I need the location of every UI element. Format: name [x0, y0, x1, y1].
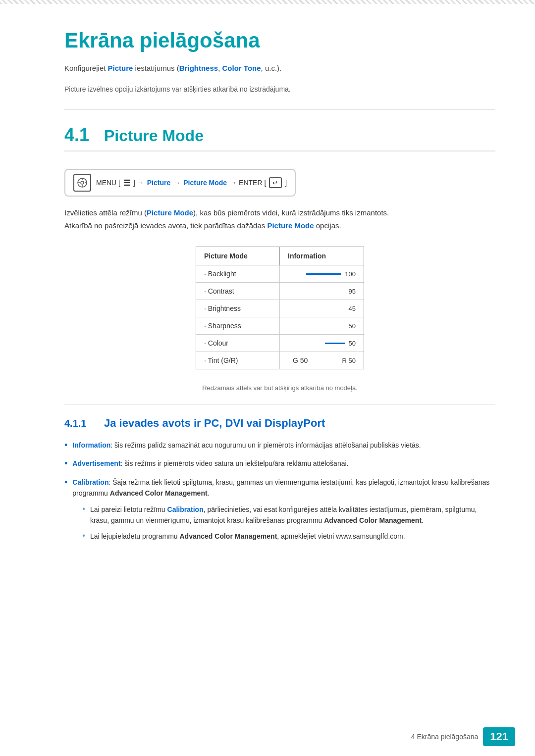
table-row: · Brightness 45	[196, 300, 364, 317]
section-divider-2	[64, 404, 495, 404]
content-area: Ekrāna pielāgošana Konfigurējiet Picture…	[0, 4, 535, 594]
calib-period: .	[208, 489, 210, 497]
menu-command-box: MENU [ ☰ ] → Picture → Picture Mode → EN…	[64, 169, 296, 197]
section41-body: Izvēlieties attēla režīmu (Picture Mode)…	[64, 206, 495, 232]
intro-text-middle: iestatījumus (	[133, 64, 179, 72]
sub-bullet-list: Lai pareizi lietotu režīmu Calibration, …	[72, 504, 495, 542]
page-container: Ekrāna pielāgošana Konfigurējiet Picture…	[0, 0, 535, 756]
sub1-acm-bold: Advanced Color Management	[324, 516, 422, 524]
contrast-value: 95	[349, 288, 356, 295]
bullet-list: Information: šis režīms palīdz samazināt…	[64, 440, 495, 547]
section-41-header: 4.1 Picture Mode	[64, 125, 495, 151]
menu-picture-mode: Picture Mode	[183, 179, 227, 187]
advert-bold: Advertisement	[72, 459, 120, 467]
row-value-colour: 50	[280, 335, 364, 352]
calib-acm-bold: Advanced Color Management	[110, 489, 208, 497]
table-row: · Backlight 100	[196, 265, 364, 283]
colour-bar	[325, 343, 345, 344]
list-item: Information: šis režīms palīdz samazināt…	[64, 440, 495, 451]
list-item: Lai lejupielādētu programmu Advanced Col…	[82, 531, 495, 542]
sub1-period: .	[422, 516, 424, 524]
colour-value: 50	[349, 340, 356, 347]
menu-arrow1: →	[173, 179, 180, 187]
tint-g-value: G 50	[288, 356, 308, 364]
backlight-bar	[306, 273, 341, 275]
enter-icon: ↵	[269, 177, 282, 188]
menu-icon	[73, 174, 91, 192]
table-row: · Contrast 95	[196, 283, 364, 300]
menu-suffix1: ] →	[133, 179, 144, 187]
menu-picture: Picture	[147, 179, 170, 187]
row-label-backlight: · Backlight	[196, 265, 280, 282]
sub1-text1: Lai pareizi lietotu režīmu	[90, 505, 167, 513]
intro-picture-bold: Picture	[108, 64, 133, 72]
info-bold: Information	[72, 441, 110, 449]
list-item: Calibration: Šajā režīmā tiek lietoti sp…	[64, 477, 495, 547]
intro-colortone-bold: Color Tone	[222, 64, 261, 72]
page-footer: 4 Ekrāna pielāgošana 121	[411, 727, 515, 746]
bullet-item-advertisement: Advertisement: šis režīms ir piemērots v…	[72, 458, 348, 469]
sub-bullet-2: Lai lejupielādētu programmu Advanced Col…	[90, 531, 405, 542]
table-row: · Tint (G/R) G 50 R 50	[196, 352, 364, 369]
body-text-1: Izvēlieties attēla režīmu (	[64, 208, 147, 217]
body-text-4: opcijas.	[314, 221, 341, 230]
section-divider	[64, 109, 495, 110]
row-value-tint: G 50 R 50	[280, 352, 364, 369]
menu-arrow2: → ENTER [	[230, 179, 266, 187]
row-label-sharpness: · Sharpness	[196, 317, 280, 334]
table-row: · Sharpness 50	[196, 317, 364, 335]
list-item: Advertisement: šis režīms ir piemērots v…	[64, 458, 495, 469]
row-value-brightness: 45	[280, 301, 364, 317]
note-text-body: izvēlnes opciju izkārtojums var atšķirti…	[88, 85, 290, 93]
list-item: Lai pareizi lietotu režīmu Calibration, …	[82, 504, 495, 526]
body-text-3: Atkarībā no pašreizējā ievades avota, ti…	[64, 221, 267, 230]
row-value-sharpness: 50	[280, 318, 364, 334]
tint-r-value: R 50	[342, 357, 356, 364]
table-caption: Redzamais attēls var būt atšķirīgs atkar…	[64, 384, 495, 392]
table-row: · Colour 50	[196, 335, 364, 352]
menu-table-container: Picture Mode Information · Backlight 100…	[64, 247, 495, 369]
section-41-number: 4.1	[64, 125, 94, 146]
intro-comma: ,	[218, 64, 222, 72]
sub1-calib-bold: Calibration	[167, 505, 204, 513]
menu-suffix2: ]	[285, 179, 287, 187]
bullet-item-information: Information: šis režīms palīdz samazināt…	[72, 440, 421, 451]
row-value-contrast: 95	[280, 283, 364, 300]
page-number-badge: 121	[483, 727, 515, 746]
page-title: Ekrāna pielāgošana	[64, 24, 495, 52]
section-411-title: Ja ievades avots ir PC, DVI vai DisplayP…	[104, 417, 325, 430]
intro-text-plain: Konfigurējiet	[64, 64, 108, 72]
row-label-colour: · Colour	[196, 335, 280, 352]
intro-brightness-bold: Brightness	[179, 64, 218, 72]
intro-paragraph: Konfigurējiet Picture iestatījumus (Brig…	[64, 62, 495, 74]
table-col2-header: Information	[280, 247, 364, 265]
sub2-text2: , apmeklējiet vietni www.samsunglfd.com.	[277, 532, 405, 540]
row-value-backlight: 100	[280, 266, 364, 282]
info-colon: :	[110, 441, 114, 449]
advert-text: šis režīms ir piemērots video satura un …	[124, 459, 348, 467]
sub2-text1: Lai lejupielādētu programmu	[90, 532, 180, 540]
body-picture-mode-bold2: Picture Mode	[267, 221, 314, 230]
table-col1-header: Picture Mode	[196, 247, 280, 265]
svg-point-1	[81, 181, 84, 184]
body-text-2: ), kas būs piemērots videi, kurā izstrād…	[193, 208, 389, 217]
intro-text-end: , u.c.).	[261, 64, 282, 72]
row-label-tint: · Tint (G/R)	[196, 352, 280, 369]
row-label-brightness: · Brightness	[196, 300, 280, 317]
sub2-acm-bold: Advanced Color Management	[179, 532, 277, 540]
row-label-contrast: · Contrast	[196, 283, 280, 300]
backlight-value: 100	[345, 270, 356, 278]
menu-symbol: ☰	[123, 178, 130, 188]
sharpness-value: 50	[349, 322, 356, 330]
top-stripe	[0, 0, 535, 4]
sub-bullet-1: Lai pareizi lietotu režīmu Calibration, …	[90, 504, 495, 526]
section-41-title: Picture Mode	[104, 127, 204, 145]
info-text: šis režīms palīdz samazināt acu nogurumu…	[114, 441, 421, 449]
section-411-header: 4.1.1 Ja ievades avots ir PC, DVI vai Di…	[64, 417, 495, 430]
calib-bold: Calibration	[72, 478, 108, 486]
menu-prefix: MENU [	[96, 179, 120, 187]
footer-label: 4 Ekrāna pielāgošana	[411, 733, 478, 741]
body-picture-mode-bold: Picture Mode	[147, 208, 193, 217]
menu-table: Picture Mode Information · Backlight 100…	[196, 247, 364, 369]
section-411-number: 4.1.1	[64, 418, 97, 429]
